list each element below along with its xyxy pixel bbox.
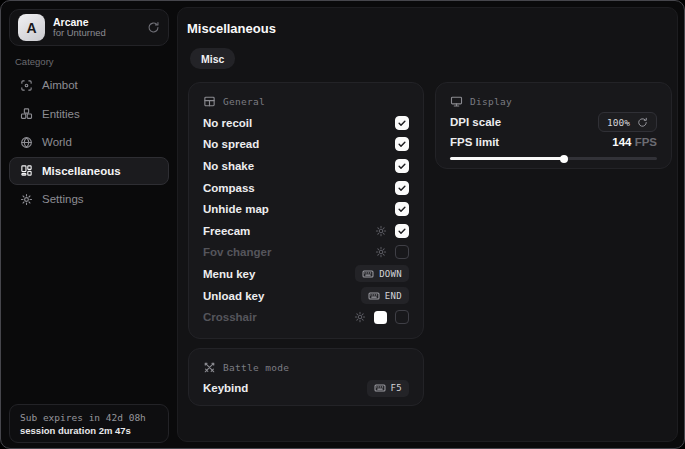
row-settings-gear-icon[interactable]	[354, 311, 366, 323]
setting-row: Freecam	[203, 220, 409, 242]
checkbox[interactable]	[395, 159, 409, 173]
setting-row: No spread	[203, 134, 409, 156]
keybind-value: END	[385, 291, 402, 301]
monitor-icon	[450, 95, 463, 108]
checkbox[interactable]	[395, 310, 409, 324]
sidebar-item-aimbot[interactable]: Aimbot	[9, 71, 169, 99]
slider-thumb[interactable]	[560, 155, 568, 163]
setting-label: No shake	[203, 160, 254, 172]
setting-row: No shake	[203, 155, 409, 177]
keybind-button[interactable]: END	[361, 287, 409, 304]
row-settings-gear-icon[interactable]	[375, 246, 387, 258]
setting-row: KeybindF5	[203, 378, 409, 398]
tab-misc[interactable]: Misc	[190, 48, 235, 69]
setting-row: DPI scale100%	[450, 112, 657, 132]
table-icon	[203, 95, 216, 108]
session-duration: session duration 2m 47s	[20, 425, 158, 436]
checkbox[interactable]	[395, 245, 409, 259]
globe-icon	[20, 136, 33, 149]
subscription-expiry: Sub expires in 42d 08h	[20, 412, 158, 423]
keyboard-icon	[368, 290, 380, 302]
setting-label: Unload key	[203, 290, 264, 302]
panel-header-display: Display	[450, 92, 657, 110]
panel-battle-mode: Battle modeKeybindF5	[188, 348, 424, 406]
select-value: 100%	[607, 117, 630, 128]
check-icon	[397, 161, 407, 171]
setting-label: Compass	[203, 182, 255, 194]
dpi-scale-select[interactable]: 100%	[598, 112, 657, 132]
setting-row: Crosshair	[203, 306, 409, 328]
panel-header-battle: Battle mode	[203, 358, 409, 376]
panel-title: General	[223, 96, 265, 107]
keyboard-icon	[374, 382, 386, 394]
category-label: Category	[15, 56, 54, 67]
check-icon	[397, 226, 407, 236]
setting-label: FPS limit	[450, 136, 499, 148]
refresh-icon[interactable]	[637, 117, 648, 128]
sidebar-item-settings[interactable]: Settings	[9, 185, 169, 213]
sidebar-item-label: World	[42, 136, 72, 148]
sidebar-item-entities[interactable]: Entities	[9, 100, 169, 128]
sidebar-item-label: Aimbot	[42, 79, 78, 91]
avatar: A	[18, 14, 45, 41]
panel-header-general: General	[203, 92, 409, 110]
setting-label: No recoil	[203, 117, 252, 129]
checkbox[interactable]	[395, 202, 409, 216]
swords-icon	[203, 361, 216, 374]
panel-title: Battle mode	[223, 362, 289, 373]
check-icon	[397, 183, 407, 193]
keybind-button[interactable]: F5	[367, 380, 409, 397]
refresh-icon[interactable]	[147, 21, 160, 34]
setting-label: Menu key	[203, 268, 255, 280]
setting-label: Fov changer	[203, 246, 271, 258]
row-settings-gear-icon[interactable]	[375, 225, 387, 237]
setting-label: Crosshair	[203, 311, 257, 323]
check-icon	[397, 204, 407, 214]
setting-label: Unhide map	[203, 203, 269, 215]
sidebar-item-miscellaneous[interactable]: Miscellaneous	[9, 157, 169, 185]
gear-icon	[20, 193, 33, 206]
setting-row: No recoil	[203, 112, 409, 134]
boxes-icon	[20, 107, 33, 120]
keyboard-icon	[362, 268, 374, 280]
checkbox[interactable]	[395, 116, 409, 130]
panel-title: Display	[470, 96, 512, 107]
value-readout: 144 FPS	[612, 136, 657, 148]
setting-row: Unload keyEND	[203, 285, 409, 307]
check-icon	[397, 139, 407, 149]
color-swatch[interactable]	[374, 311, 387, 324]
sidebar-header-card: A Arcane for Unturned	[9, 9, 169, 46]
app-subtitle: for Unturned	[53, 28, 139, 39]
setting-label: DPI scale	[450, 116, 501, 128]
fps-limit-slider[interactable]	[450, 152, 657, 165]
grid-icon	[20, 164, 33, 177]
panel-general: GeneralNo recoilNo spreadNo shakeCompass…	[188, 82, 424, 339]
main-content: Miscellaneous Misc GeneralNo recoilNo sp…	[177, 7, 678, 442]
setting-row: Unhide map	[203, 198, 409, 220]
sidebar-item-label: Settings	[42, 193, 84, 205]
sidebar-nav: AimbotEntitiesWorldMiscellaneousSettings	[9, 71, 169, 214]
app-window: A Arcane for Unturned Category AimbotEnt…	[0, 0, 685, 449]
setting-row: Menu keyDOWN	[203, 263, 409, 285]
crosshair-icon	[20, 79, 33, 92]
checkbox[interactable]	[395, 137, 409, 151]
page-title: Miscellaneous	[187, 21, 276, 36]
checkbox[interactable]	[395, 181, 409, 195]
sidebar: A Arcane for Unturned Category AimbotEnt…	[1, 1, 177, 448]
keybind-value: DOWN	[379, 269, 402, 279]
keybind-value: F5	[391, 383, 402, 393]
setting-label: No spread	[203, 138, 259, 150]
sidebar-header-text: Arcane for Unturned	[53, 16, 139, 39]
setting-label: Freecam	[203, 225, 250, 237]
keybind-button[interactable]: DOWN	[355, 265, 409, 282]
panel-display: DisplayDPI scale100%FPS limit144 FPS	[435, 82, 672, 169]
sidebar-item-label: Entities	[42, 108, 80, 120]
sidebar-item-world[interactable]: World	[9, 128, 169, 156]
sidebar-item-label: Miscellaneous	[42, 165, 121, 177]
checkbox[interactable]	[395, 224, 409, 238]
subscription-card: Sub expires in 42d 08h session duration …	[9, 404, 169, 443]
setting-row: FPS limit144 FPS	[450, 132, 657, 152]
setting-row: Compass	[203, 177, 409, 199]
setting-row: Fov changer	[203, 242, 409, 264]
setting-label: Keybind	[203, 382, 248, 394]
